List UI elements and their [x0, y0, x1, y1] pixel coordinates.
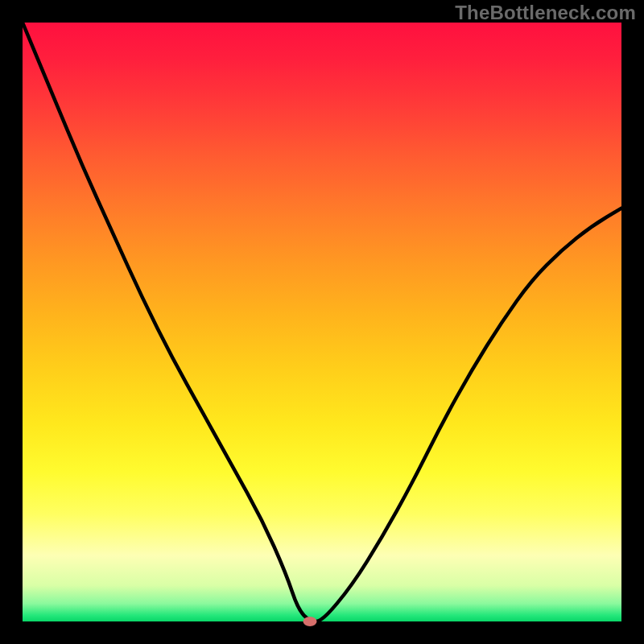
chart-frame: TheBottleneck.com — [0, 0, 644, 644]
minimum-marker — [303, 617, 317, 626]
curve-svg — [23, 23, 621, 621]
watermark-text: TheBottleneck.com — [455, 2, 636, 24]
plot-area — [23, 23, 621, 621]
curve-path — [23, 23, 621, 621]
